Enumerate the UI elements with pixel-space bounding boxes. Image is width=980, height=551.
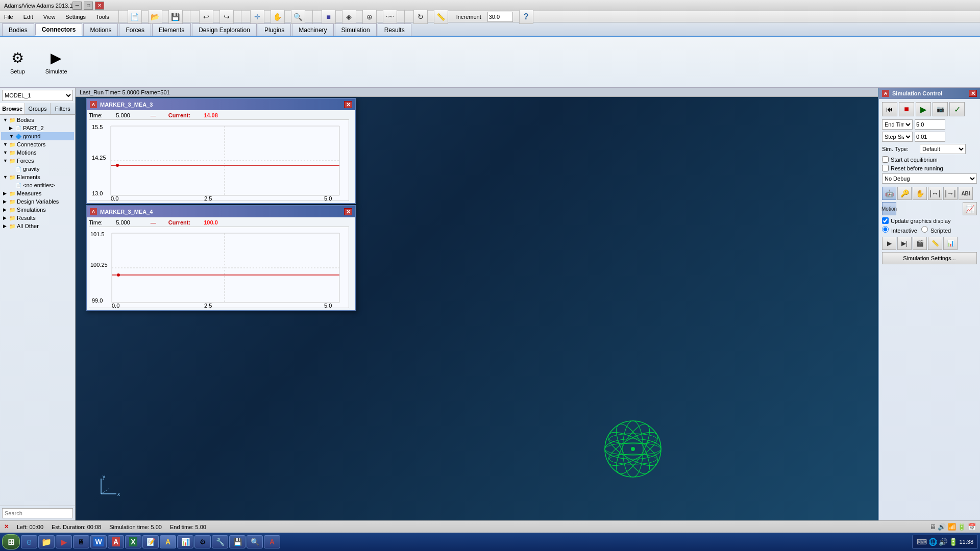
toolbar-select[interactable]: ✛ <box>250 10 264 24</box>
increment-input[interactable] <box>487 12 513 22</box>
tree-gravity[interactable]: 📄gravity <box>1 165 74 173</box>
tree-ground[interactable]: ▼🔷ground <box>1 132 74 140</box>
tab-plugins[interactable]: Plugins <box>258 23 291 36</box>
sidebar-tab-groups[interactable]: Groups <box>25 103 50 114</box>
update-graphics-checkbox[interactable] <box>882 217 889 224</box>
sim-close-button[interactable]: ✕ <box>969 90 977 97</box>
step-size-select[interactable]: Step Size <box>882 132 913 142</box>
menu-view[interactable]: View <box>41 13 58 21</box>
taskbar-ie[interactable]: e <box>21 535 37 548</box>
tree-connectors[interactable]: ▼📁Connectors <box>1 140 74 148</box>
start-equil-checkbox[interactable] <box>882 156 889 163</box>
tab-forces[interactable]: Forces <box>119 23 151 36</box>
tab-bodies[interactable]: Bodies <box>2 23 34 36</box>
taskbar-folder[interactable]: 📁 <box>38 535 55 548</box>
sim-icon-motion[interactable]: Motion <box>882 202 896 215</box>
toolbar-rotate[interactable]: ↻ <box>413 10 428 24</box>
menu-settings[interactable]: Settings <box>63 13 88 21</box>
toolbar-zoom[interactable]: 🔍 <box>291 10 305 24</box>
menu-file[interactable]: File <box>2 13 15 21</box>
sim-icon-key[interactable]: 🔑 <box>897 187 912 200</box>
toolbar-pan[interactable]: ✋ <box>271 10 285 24</box>
taskbar-pdf[interactable]: A <box>108 535 124 548</box>
toolbar-open[interactable]: 📂 <box>148 10 162 24</box>
tab-simulation[interactable]: Simulation <box>335 23 377 36</box>
scripted-radio[interactable] <box>921 226 928 233</box>
taskbar-word[interactable]: W <box>90 535 107 548</box>
sim-icon-robot[interactable]: 🤖 <box>882 187 896 200</box>
tree-forces[interactable]: ▼📁Forces <box>1 157 74 165</box>
sim-run-btn[interactable]: ▶ <box>882 237 896 250</box>
toolbar-bodies[interactable]: ■ <box>322 10 336 24</box>
interactive-radio[interactable] <box>882 226 889 233</box>
sim-settings-button[interactable]: Simulation Settings... <box>882 252 977 264</box>
toolbar-markers[interactable]: ◈ <box>342 10 356 24</box>
canvas[interactable]: Last_Run Time= 5.0000 Frame=501 A MARKER… <box>76 88 878 520</box>
model-select[interactable]: MODEL_1 <box>2 90 73 101</box>
stop-button[interactable]: ■ <box>899 102 914 116</box>
tree-no-entities[interactable]: 📄<no entities> <box>1 181 74 189</box>
toolbar-save[interactable]: 💾 <box>168 10 183 24</box>
tree-elements[interactable]: ▼📁Elements <box>1 173 74 181</box>
taskbar-matlab[interactable]: 📊 <box>177 535 193 548</box>
check-button[interactable]: ✓ <box>949 102 965 116</box>
taskbar-excel[interactable]: X <box>125 535 141 548</box>
toolbar-redo[interactable]: ↪ <box>219 10 234 24</box>
tree-simulations[interactable]: ▶📁Simulations <box>1 206 74 214</box>
search-input[interactable] <box>2 508 73 518</box>
menu-tools[interactable]: Tools <box>94 13 111 21</box>
start-button[interactable]: ⊞ <box>2 534 20 549</box>
tab-results[interactable]: Results <box>378 23 411 36</box>
debug-select[interactable]: No Debug <box>882 173 977 184</box>
menu-edit[interactable]: Edit <box>21 13 35 21</box>
rewind-button[interactable]: ⏮ <box>882 102 897 116</box>
tab-motions[interactable]: Motions <box>83 23 118 36</box>
taskbar-misc4[interactable]: 🔍 <box>247 535 263 548</box>
taskbar-adams[interactable]: A <box>160 535 176 548</box>
taskbar-media[interactable]: ▶ <box>56 535 72 548</box>
reset-before-checkbox[interactable] <box>882 165 889 171</box>
taskbar-misc3[interactable]: 💾 <box>229 535 246 548</box>
sim-icon-text[interactable]: ABI <box>959 187 973 200</box>
sim-plot-btn[interactable]: 📊 <box>943 237 958 250</box>
tree-part2[interactable]: ▶📄PART_2 <box>1 124 74 132</box>
taskbar-appbar[interactable]: 🖥 <box>73 535 89 548</box>
minimize-button[interactable]: ─ <box>72 2 82 10</box>
taskbar-misc5[interactable]: A <box>264 535 280 548</box>
chart2-close[interactable]: ✕ <box>344 208 352 215</box>
sim-icon-chart[interactable]: 📈 <box>963 202 977 215</box>
tree-measures[interactable]: ▶📁Measures <box>1 189 74 197</box>
sim-step-btn[interactable]: ▶| <box>897 237 912 250</box>
close-button[interactable]: ✕ <box>95 2 104 10</box>
sim-ruler-btn[interactable]: 📏 <box>928 237 942 250</box>
toolbar-new[interactable]: 📄 <box>128 10 142 24</box>
toolbar-springs[interactable]: 〰 <box>383 10 397 24</box>
sim-film-btn[interactable]: 🎬 <box>913 237 927 250</box>
interactive-label[interactable]: Interactive <box>882 226 917 234</box>
sim-icon-bar1[interactable]: |↔| <box>928 187 942 200</box>
tab-elements[interactable]: Elements <box>152 23 191 36</box>
end-time-select[interactable]: End Time <box>882 119 913 130</box>
tab-machinery[interactable]: Machinery <box>292 23 333 36</box>
taskbar-misc1[interactable]: ⚙ <box>194 535 211 548</box>
tab-design-exploration[interactable]: Design Exploration <box>192 23 257 36</box>
ribbon-setup[interactable]: ⚙ Setup <box>10 49 25 74</box>
tab-connectors[interactable]: Connectors <box>35 23 83 36</box>
restore-button[interactable]: □ <box>84 2 93 10</box>
toolbar-help[interactable]: ? <box>519 10 533 24</box>
sidebar-tab-browse[interactable]: Browse <box>0 103 25 114</box>
tree-motions[interactable]: ▼📁Motions <box>1 148 74 157</box>
tree-all-other[interactable]: ▶📁All Other <box>1 222 74 230</box>
scripted-label[interactable]: Scripted <box>921 226 951 234</box>
tree-results[interactable]: ▶📁Results <box>1 214 74 222</box>
toolbar-undo[interactable]: ↩ <box>199 10 213 24</box>
sidebar-tab-filters[interactable]: Filters <box>51 103 75 114</box>
taskbar-misc2[interactable]: 🔧 <box>212 535 228 548</box>
tree-design-vars[interactable]: ▶📁Design Variables <box>1 197 74 206</box>
toolbar-measure[interactable]: 📏 <box>434 10 448 24</box>
sim-icon-hand[interactable]: ✋ <box>913 187 927 200</box>
taskbar-notepad[interactable]: 📝 <box>142 535 159 548</box>
chart1-close[interactable]: ✕ <box>344 101 352 108</box>
play-button[interactable]: ▶ <box>916 102 931 116</box>
step-size-input[interactable] <box>915 132 945 142</box>
